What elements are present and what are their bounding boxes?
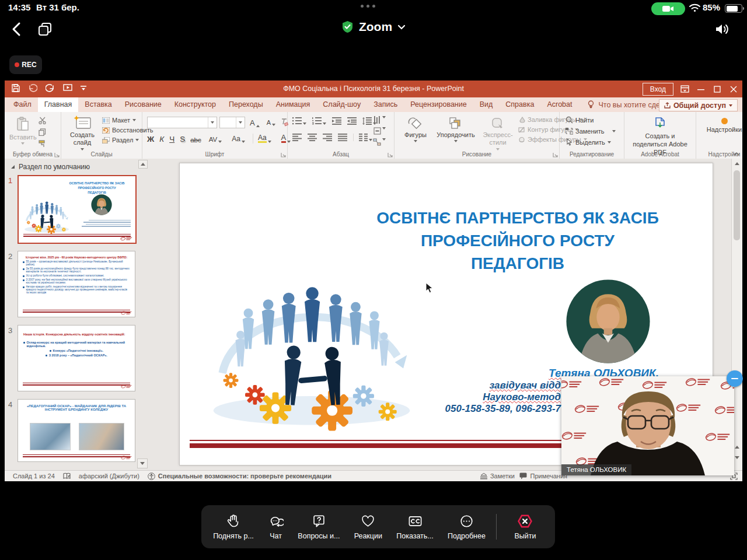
minimize-video-button[interactable] <box>727 370 743 387</box>
font-size-combobox[interactable] <box>219 117 245 128</box>
recording-badge[interactable]: REC <box>9 55 42 74</box>
increase-indent-button[interactable] <box>347 117 357 125</box>
scroll-up-button[interactable] <box>732 159 741 167</box>
tab-design[interactable]: Конструктор <box>168 97 222 112</box>
tab-record[interactable]: Запись <box>367 97 404 112</box>
decrease-indent-button[interactable] <box>332 117 341 125</box>
text-direction-button[interactable] <box>374 116 386 124</box>
strikethrough-button[interactable]: abc <box>190 136 201 144</box>
leave-meeting-button[interactable]: Выйти <box>500 513 550 540</box>
tab-draw[interactable]: Рисование <box>118 97 168 112</box>
align-center-button[interactable] <box>308 134 317 141</box>
replace-button[interactable]: Заменить <box>566 127 616 135</box>
convert-smartart-button[interactable] <box>373 138 386 146</box>
save-icon[interactable] <box>12 84 20 92</box>
create-pdf-button[interactable]: Создать и поделиться Adobe PDF <box>628 117 692 156</box>
tab-help[interactable]: Справка <box>499 97 540 112</box>
slide-thumbnail-3[interactable]: Наша історія. Конкурсна діяльність відді… <box>18 325 135 391</box>
language-indicator[interactable]: афарский (Джибути) <box>79 473 139 480</box>
camera-active-indicator[interactable] <box>651 2 685 15</box>
panel-scroll-down-button[interactable] <box>137 459 148 468</box>
numbering-button[interactable] <box>312 117 326 125</box>
new-slide-button[interactable]: Создать слайд <box>66 116 99 150</box>
paragraph-dialog-launcher[interactable] <box>388 152 393 158</box>
start-slideshow-icon[interactable] <box>63 84 72 92</box>
grow-font-button[interactable]: А <box>247 118 262 128</box>
tab-transitions[interactable]: Переходы <box>222 97 270 112</box>
chat-button[interactable]: Чат <box>261 513 291 540</box>
bold-button[interactable]: Ж <box>147 135 154 144</box>
accessibility-checker[interactable]: Специальные возможности: проверьте реком… <box>148 473 331 480</box>
tab-file[interactable]: Файл <box>7 97 38 112</box>
justify-button[interactable] <box>338 134 347 141</box>
raise-hand-button[interactable]: Поднять р... <box>206 513 261 540</box>
slide-thumbnail-1[interactable]: ОСВІТНЄ ПАРТНЕРСТВО ЯК ЗАСІБ ПРОФЕСІЙНОГ… <box>18 175 137 244</box>
slide-thumbnail-2[interactable]: Історичні віхи. 2025 рік - 60 років Наук… <box>18 251 135 317</box>
customize-qat-icon[interactable] <box>81 85 86 92</box>
paste-button[interactable]: Вставить <box>9 117 37 145</box>
redo-icon[interactable] <box>46 84 55 92</box>
speaker-portrait-photo[interactable] <box>566 279 651 364</box>
qa-button[interactable]: Вопросы и... <box>291 513 347 540</box>
participant-video-tile[interactable]: Тетяна ОЛЬХОВИК <box>561 376 734 475</box>
tab-acrobat[interactable]: Acrobat <box>540 97 578 112</box>
share-button[interactable]: Общий доступ <box>659 99 738 111</box>
partnership-people-image[interactable] <box>203 252 420 434</box>
clear-formatting-icon[interactable] <box>280 118 288 127</box>
tab-view[interactable]: Вид <box>473 97 500 112</box>
quick-styles-button[interactable]: Экспресс-стили <box>480 117 516 150</box>
font-dialog-launcher[interactable] <box>281 152 286 158</box>
find-button[interactable]: Найти <box>566 116 616 124</box>
share-icon <box>664 102 671 108</box>
captions-button[interactable]: Показать... <box>389 513 441 540</box>
tab-home[interactable]: Главная <box>38 97 79 112</box>
clipboard-dialog-launcher[interactable] <box>54 152 60 158</box>
undo-icon[interactable] <box>28 84 37 92</box>
change-case-button[interactable]: Aa <box>229 134 247 144</box>
restore-button[interactable] <box>708 80 726 97</box>
tab-review[interactable]: Рецензирование <box>404 97 473 112</box>
section-header[interactable]: Раздел по умолчанию <box>11 163 90 171</box>
tab-insert[interactable]: Вставка <box>78 97 118 112</box>
panel-scroll-up-button[interactable] <box>138 160 148 169</box>
copy-icon[interactable] <box>39 128 46 136</box>
slide-thumbnail-4[interactable]: «ПЕДАГОГІЧНИЙ ОСКАР» - МАЙДАНЧИК ДЛЯ ЛІД… <box>18 399 135 462</box>
shapes-button[interactable]: Фигуры <box>400 117 431 142</box>
comments-button[interactable]: Примечания <box>519 473 567 480</box>
character-spacing-button[interactable]: AV <box>207 135 225 144</box>
highlight-color-button[interactable]: Aa <box>253 134 274 144</box>
addins-button[interactable]: Надстройки <box>702 118 742 133</box>
drawing-dialog-launcher[interactable] <box>553 152 558 158</box>
minimize-button[interactable] <box>692 80 710 97</box>
shrink-font-button[interactable]: А <box>264 118 278 127</box>
text-shadow-button[interactable]: S <box>180 135 185 144</box>
reactions-button[interactable]: Реакции <box>347 513 390 540</box>
format-painter-icon[interactable] <box>39 140 47 148</box>
slide-thumbnail-panel[interactable]: Раздел по умолчанию 1 ОСВІТНЄ ПАРТНЕРСТВ… <box>5 159 149 471</box>
slide-counter[interactable]: Слайд 1 из 24 <box>13 473 55 480</box>
font-color-icon: А <box>281 134 287 143</box>
tab-slideshow[interactable]: Слайд-шоу <box>316 97 367 112</box>
underline-button[interactable]: Ч <box>169 135 174 144</box>
meeting-title-bar[interactable]: Zoom <box>0 20 747 34</box>
signin-button[interactable]: Вход <box>643 83 673 96</box>
cut-icon[interactable] <box>39 117 47 124</box>
align-left-button[interactable] <box>292 134 302 141</box>
tab-animations[interactable]: Анимация <box>270 97 317 112</box>
arrange-button[interactable]: Упорядочить <box>433 117 479 142</box>
collapse-ribbon-button[interactable] <box>733 152 740 156</box>
italic-button[interactable]: К <box>159 135 164 144</box>
select-button[interactable]: Выделить <box>566 138 616 146</box>
font-name-combobox[interactable] <box>147 117 217 128</box>
scrollbar-thumb[interactable] <box>734 170 740 240</box>
align-right-button[interactable] <box>323 134 332 141</box>
notes-button[interactable]: Заметки <box>480 473 515 480</box>
bullets-button[interactable] <box>292 117 306 125</box>
proofing-button[interactable] <box>63 473 71 480</box>
volume-button[interactable] <box>713 21 729 37</box>
close-button[interactable] <box>725 80 742 97</box>
more-button[interactable]: Подробнее <box>441 513 493 540</box>
align-text-button[interactable] <box>374 127 386 135</box>
columns-button[interactable] <box>353 134 372 141</box>
ribbon-display-options-button[interactable] <box>676 80 693 97</box>
